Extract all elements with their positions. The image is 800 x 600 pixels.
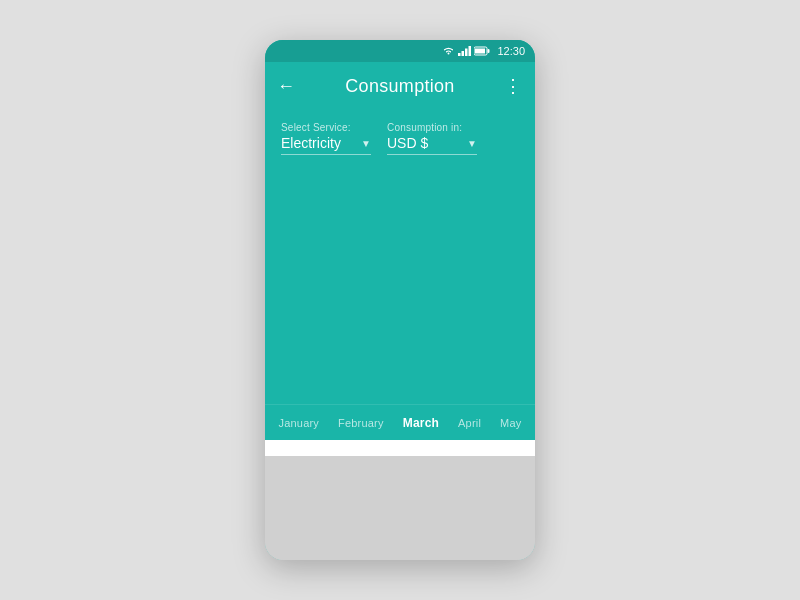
white-strip [265,440,535,456]
month-tabs: January February March April May [265,404,535,440]
consumption-label: Consumption in: [387,122,477,133]
tab-january[interactable]: January [273,413,326,433]
svg-rect-6 [488,49,490,53]
gray-area [265,456,535,560]
phone-frame: 12:30 ← Consumption ⋮ Select Service: El… [265,40,535,560]
svg-rect-0 [458,53,461,56]
signal-icon [458,46,471,56]
consumption-selector[interactable]: USD $ ▼ [387,135,477,155]
battery-icon [474,46,490,56]
svg-rect-1 [462,51,465,56]
content-area: Select Service: Electricity ▼ Consumptio… [265,110,535,404]
service-value: Electricity [281,135,341,151]
consumption-value: USD $ [387,135,428,151]
selectors-row: Select Service: Electricity ▼ Consumptio… [281,122,519,155]
wifi-icon [442,46,455,56]
bottom-panel [265,440,535,560]
status-time: 12:30 [497,45,525,57]
svg-rect-3 [469,46,472,56]
svg-rect-5 [475,49,485,54]
service-selector[interactable]: Electricity ▼ [281,135,371,155]
status-bar: 12:30 [265,40,535,62]
svg-rect-2 [465,49,468,57]
tab-february[interactable]: February [332,413,390,433]
consumption-selector-group: Consumption in: USD $ ▼ [387,122,477,155]
app-title: Consumption [303,76,497,97]
back-button[interactable]: ← [277,76,295,97]
app-bar: ← Consumption ⋮ [265,62,535,110]
chart-area [281,155,519,392]
consumption-dropdown-arrow: ▼ [467,138,477,149]
tab-may[interactable]: May [494,413,527,433]
service-selector-group: Select Service: Electricity ▼ [281,122,371,155]
service-label: Select Service: [281,122,371,133]
service-dropdown-arrow: ▼ [361,138,371,149]
more-button[interactable]: ⋮ [504,75,523,97]
tab-april[interactable]: April [452,413,487,433]
tab-march[interactable]: March [397,412,445,434]
status-icons: 12:30 [442,45,525,57]
